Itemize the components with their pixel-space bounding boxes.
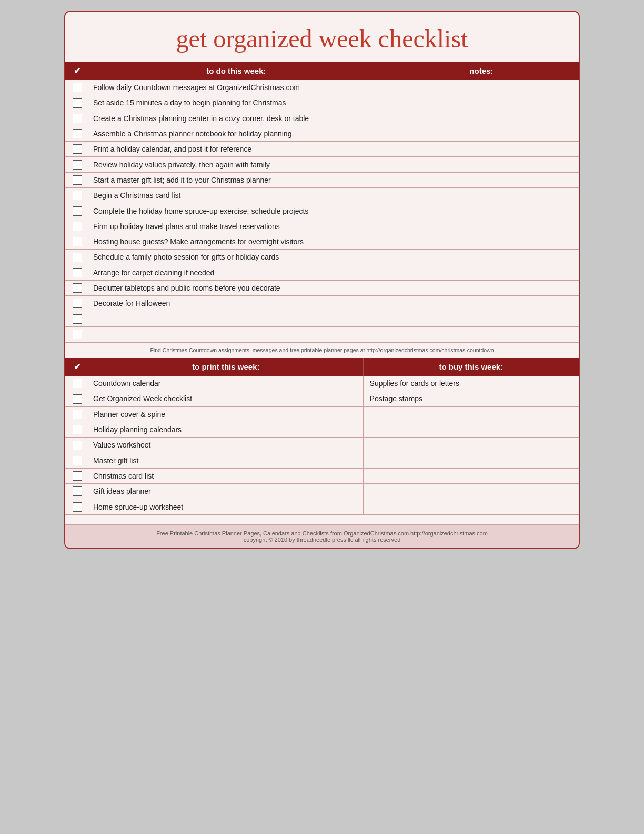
checkbox-cell[interactable]: [65, 499, 89, 514]
checkbox[interactable]: [73, 502, 82, 512]
item-text: Decorate for Halloween: [89, 296, 384, 311]
top-footer-note: Find Christmas Countdown assignments, me…: [65, 342, 579, 358]
notes-cell: [384, 172, 579, 187]
buy-item-text: [363, 468, 579, 483]
checkbox[interactable]: [73, 441, 82, 450]
checkbox[interactable]: [73, 114, 82, 123]
checkbox[interactable]: [73, 283, 82, 293]
item-text: Start a master gift list; add it to your…: [89, 172, 384, 187]
checkbox-cell[interactable]: [65, 311, 89, 326]
checkbox[interactable]: [73, 160, 82, 170]
item-text: Complete the holiday home spruce-up exer…: [89, 203, 384, 219]
item-text: Set aside 15 minutes a day to begin plan…: [89, 95, 384, 111]
checkbox-cell[interactable]: [65, 188, 89, 203]
top-list-item: Arrange for carpet cleaning if needed: [65, 265, 579, 280]
print-item-text: Home spruce-up worksheet: [89, 499, 363, 514]
buy-item-text: [363, 406, 579, 422]
checkbox-cell[interactable]: [65, 438, 89, 453]
checkbox-cell[interactable]: [65, 203, 89, 219]
checkbox[interactable]: [73, 191, 82, 200]
checkbox-cell[interactable]: [65, 391, 89, 406]
checkbox-cell[interactable]: [65, 172, 89, 187]
checkbox[interactable]: [73, 253, 82, 262]
buy-item-text: [363, 438, 579, 453]
bottom-list-item: Planner cover & spine: [65, 406, 579, 422]
item-text: Begin a Christmas card list: [89, 188, 384, 203]
checkbox[interactable]: [73, 486, 82, 496]
checkbox-cell[interactable]: [65, 296, 89, 311]
checkbox-cell[interactable]: [65, 142, 89, 157]
checkbox-cell[interactable]: [65, 157, 89, 172]
checkbox-cell[interactable]: [65, 250, 89, 265]
checkbox-cell[interactable]: [65, 406, 89, 422]
checkbox[interactable]: [73, 379, 82, 388]
item-text: Hosting house guests? Make arrangements …: [89, 234, 384, 249]
print-item-text: Planner cover & spine: [89, 406, 363, 422]
print-item-text: Master gift list: [89, 453, 363, 468]
notes-cell: [384, 80, 579, 95]
bottom-list-item: Countdown calendar Supplies for cards or…: [65, 376, 579, 391]
checkbox-cell[interactable]: [65, 422, 89, 437]
top-list-item: Assemble a Christmas planner notebook fo…: [65, 126, 579, 141]
bottom-list-item: Holiday planning calendars: [65, 422, 579, 437]
checkbox-cell[interactable]: [65, 376, 89, 391]
bottom-list-item: Master gift list: [65, 453, 579, 468]
page: get organized week checklist ✔ to do thi…: [64, 11, 580, 549]
checkbox[interactable]: [73, 83, 82, 92]
checkbox-cell[interactable]: [65, 484, 89, 499]
checkbox-cell[interactable]: [65, 95, 89, 111]
buy-item-text: Supplies for cards or letters: [363, 376, 579, 391]
bottom-spacer-table: [65, 515, 579, 524]
item-text: Assemble a Christmas planner notebook fo…: [89, 126, 384, 141]
checkbox-cell[interactable]: [65, 126, 89, 141]
checkbox-cell[interactable]: [65, 468, 89, 483]
top-blank-row: [65, 311, 579, 326]
top-list-item: Follow daily Countdown messages at Organ…: [65, 80, 579, 95]
top-list-item: Set aside 15 minutes a day to begin plan…: [65, 95, 579, 111]
checkbox[interactable]: [73, 456, 82, 465]
top-list-item: Hosting house guests? Make arrangements …: [65, 234, 579, 249]
notes-cell: [384, 203, 579, 219]
checkbox-cell[interactable]: [65, 111, 89, 126]
print-item-text: Get Organized Week checklist: [89, 391, 363, 406]
checkbox[interactable]: [73, 98, 82, 108]
buy-item-text: [363, 499, 579, 514]
checkbox[interactable]: [73, 175, 82, 185]
checkbox[interactable]: [73, 144, 82, 154]
checkbox[interactable]: [73, 330, 82, 339]
checkbox[interactable]: [73, 268, 82, 277]
notes-cell: [384, 250, 579, 265]
checkbox[interactable]: [73, 410, 82, 419]
bottom-header-row: ✔ to print this week: to buy this week:: [65, 358, 579, 376]
bottom-check-header: ✔: [65, 358, 89, 376]
notes-cell: [384, 95, 579, 111]
checkbox[interactable]: [73, 206, 82, 216]
top-list-item: Review holiday values privately, then ag…: [65, 157, 579, 172]
checkbox[interactable]: [73, 129, 82, 138]
print-item-text: Values worksheet: [89, 438, 363, 453]
notes-cell: [384, 265, 579, 280]
checkbox-cell[interactable]: [65, 234, 89, 249]
top-list-item: Begin a Christmas card list: [65, 188, 579, 203]
checkbox[interactable]: [73, 394, 82, 404]
checkbox[interactable]: [73, 471, 82, 481]
item-text: Print a holiday calendar, and post it fo…: [89, 142, 384, 157]
checkbox-cell[interactable]: [65, 280, 89, 295]
bottom-buy-header: to buy this week:: [363, 358, 579, 376]
checkbox[interactable]: [73, 299, 82, 308]
checkbox-cell[interactable]: [65, 219, 89, 234]
buy-item-text: [363, 484, 579, 499]
checkbox-cell[interactable]: [65, 265, 89, 280]
checkbox[interactable]: [73, 425, 82, 434]
checkbox-cell[interactable]: [65, 453, 89, 468]
checkbox[interactable]: [73, 314, 82, 324]
top-list-item: Start a master gift list; add it to your…: [65, 172, 579, 187]
top-list-item: Declutter tabletops and public rooms bef…: [65, 280, 579, 295]
checkbox-cell[interactable]: [65, 80, 89, 95]
checkbox-cell[interactable]: [65, 326, 89, 342]
checkbox[interactable]: [73, 222, 82, 231]
item-text: Review holiday values privately, then ag…: [89, 157, 384, 172]
notes-cell: [384, 142, 579, 157]
checkbox[interactable]: [73, 237, 82, 246]
item-text: Create a Christmas planning center in a …: [89, 111, 384, 126]
